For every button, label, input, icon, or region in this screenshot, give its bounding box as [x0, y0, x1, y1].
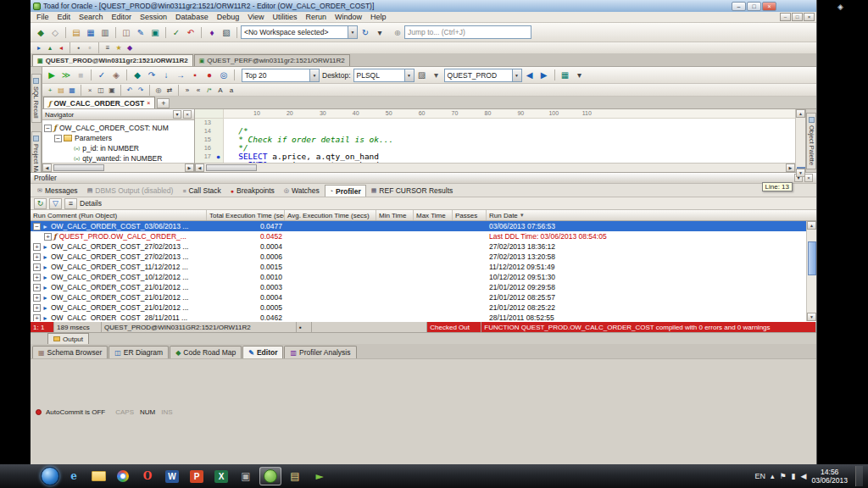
open-in-editor-icon[interactable]: ▤ [56, 85, 66, 95]
end-connection-icon[interactable]: ◇ [48, 25, 62, 39]
cut-icon[interactable]: × [85, 85, 95, 95]
excel-icon[interactable]: X [210, 467, 232, 485]
object-palette-icon[interactable]: ▪ [74, 43, 84, 53]
workspace-options-icon[interactable]: ▾ [373, 25, 387, 39]
expand-toggle-icon[interactable]: + [33, 243, 41, 251]
print-icon[interactable]: ▥ [98, 25, 112, 39]
expand-toggle-icon[interactable]: + [33, 253, 41, 261]
scroll-up-icon[interactable]: ▲ [807, 221, 816, 230]
taskbar-clock[interactable]: 14:56 03/06/2013 [811, 468, 848, 485]
profiler-run-row[interactable]: +►OW_CALC_ORDER_COST_21/01/2012 ...0.000… [31, 282, 806, 292]
step-into-icon[interactable]: ↓ [159, 69, 173, 82]
scroll-up-icon[interactable]: ▲ [796, 109, 805, 118]
navigator-item[interactable]: (»)p_id: in NUMBER [42, 143, 194, 153]
new-tab-icon[interactable]: + [45, 85, 55, 95]
expand-toggle-icon[interactable]: + [33, 263, 41, 271]
rows-fetched-dropdown[interactable]: Top 20 ▼ [242, 69, 320, 82]
explain-plan-icon[interactable]: ▴ [45, 43, 55, 53]
toad-icon[interactable] [259, 467, 281, 485]
menu-file[interactable]: File [32, 13, 53, 21]
scroll-right-icon[interactable]: ▶ [185, 164, 194, 172]
wizard-icon[interactable]: ◆ [125, 43, 135, 53]
profiler-tab-ref-cursor-results[interactable]: ▦REF CURSOR Results [367, 185, 458, 197]
expand-toggle-icon[interactable]: + [33, 294, 41, 302]
session-browser-icon[interactable]: ▣ [148, 25, 162, 39]
window-list-icon[interactable]: ≡ [103, 43, 113, 53]
close-icon[interactable]: × [804, 174, 813, 182]
menu-help[interactable]: Help [366, 13, 391, 21]
sql-recall-tab[interactable]: SQL Recall [31, 74, 42, 123]
profiler-tab-call-stack[interactable]: ≡Call Stack [178, 185, 225, 197]
menu-search[interactable]: Search [75, 13, 108, 21]
profiler-run-row[interactable]: +ƒQUEST_PROD.OW_CALC_ORDER_...0.0452Last… [31, 231, 806, 241]
save-icon[interactable]: ▦ [84, 25, 97, 39]
team-coding-icon[interactable]: ♦ [205, 25, 219, 39]
close-button[interactable]: × [762, 2, 776, 11]
powerpoint-icon[interactable]: P [186, 467, 208, 485]
comment-block-icon[interactable]: /* [204, 85, 214, 95]
run-to-cursor-icon[interactable]: → [174, 69, 187, 82]
line-number[interactable]: 15 [195, 136, 214, 144]
replace-icon[interactable]: ⇄ [164, 85, 175, 95]
show-desktop-button[interactable] [855, 466, 863, 486]
scroll-thumb[interactable] [808, 241, 816, 275]
pin-icon[interactable]: ▾ [173, 110, 181, 119]
output-tab[interactable]: Output [47, 333, 89, 344]
filter-runs-icon[interactable]: ▽ [49, 198, 62, 209]
profiler-tab-watches[interactable]: ◎Watches [280, 185, 324, 197]
column-header-max-time[interactable]: Max Time [414, 210, 453, 220]
media-icon[interactable]: ► [309, 467, 331, 485]
new-tab-button[interactable]: + [157, 98, 170, 108]
editor-tab-ow-calc-order-cost[interactable]: ƒ OW_CALC_ORDER_COST × [43, 97, 155, 108]
menu-editor[interactable]: Editor [108, 13, 136, 21]
column-header-passes[interactable]: Passes [453, 210, 487, 220]
add-breakpoint-icon[interactable]: ● [203, 69, 216, 82]
auto-options-icon[interactable]: ▾ [430, 69, 443, 82]
navigate-back-icon[interactable]: ◀ [523, 69, 537, 82]
column-header-avg-execution-time-secs[interactable]: Avg. Execution Time (secs) [285, 210, 376, 220]
schema-browser-icon[interactable]: ◫ [120, 25, 133, 39]
workspace-dropdown[interactable]: <No Workspace selected> ▼ [241, 25, 358, 39]
connection-tab-quest-prod[interactable]: ▣QUEST_PROD@Win0311gr2:1521/ORW11R2 [32, 54, 193, 66]
rollback-icon[interactable]: ↶ [184, 25, 198, 39]
column-header-run-date[interactable]: Run Date▼ [487, 210, 816, 220]
maximize-button[interactable]: □ [747, 2, 761, 11]
language-indicator[interactable]: EN [754, 472, 765, 480]
profiler-run-row[interactable]: +►OW_CALC_ORDER_COST_11/12/2012 ...0.001… [31, 262, 806, 272]
console-icon[interactable]: ▣ [235, 467, 257, 485]
document-tab-code-road-map[interactable]: ◆Code Road Map [170, 346, 242, 358]
expand-toggle-icon[interactable]: + [44, 233, 52, 241]
expand-toggle-icon[interactable]: − [54, 135, 62, 142]
describe-icon[interactable]: ▸ [34, 43, 44, 53]
code-line[interactable]: 13 [195, 119, 795, 127]
document-tab-schema-browser[interactable]: ▦Schema Browser [32, 346, 108, 358]
step-over-icon[interactable]: ↷ [145, 69, 159, 82]
expand-toggle-icon[interactable]: − [44, 125, 52, 132]
menu-window[interactable]: Window [331, 13, 366, 21]
profiler-run-row[interactable]: +►OW_CALC_ORDER_COST_21/01/2012 ...0.000… [31, 292, 806, 302]
scroll-down-icon[interactable]: ▼ [807, 313, 816, 321]
document-tab-er-diagram[interactable]: ◫ER Diagram [108, 346, 169, 358]
code-editor[interactable]: 102030405060708090100110 1314 /*15 * Che… [195, 109, 795, 172]
single-record-view-icon[interactable]: ▨ [415, 69, 429, 82]
editor-vscrollbar[interactable]: ▲ ▼ [795, 109, 805, 172]
new-connection-icon[interactable]: ◆ [34, 25, 47, 39]
profiler-run-row[interactable]: +►OW_CALC_ORDER_COST_21/01/2012 ...0.000… [31, 302, 806, 313]
add-watch-icon[interactable]: ◎ [217, 69, 231, 82]
expand-toggle-icon[interactable]: + [33, 284, 41, 291]
profiler-run-row[interactable]: +►OW_CALC_ORDER_COST_27/02/2013 ...0.000… [31, 252, 806, 262]
profiler-vscrollbar[interactable]: ▲ ▼ [806, 221, 816, 321]
title-bar[interactable]: Toad for Oracle - [QUEST_PROD@Win0311gr2… [31, 0, 816, 12]
menu-view[interactable]: View [243, 13, 268, 21]
profiler-run-row[interactable]: +►OW_CALC_ORDER_COST_28/11/2011 ...0.046… [31, 313, 806, 321]
find-icon[interactable]: ◎ [153, 85, 164, 95]
line-number[interactable]: 14 [195, 127, 214, 136]
volume-icon[interactable]: ◀ [801, 472, 807, 480]
profiler-tab-profiler[interactable]: ◔Profiler [325, 185, 366, 197]
scroll-right-icon[interactable]: ▶ [786, 164, 795, 172]
close-icon[interactable]: × [183, 110, 192, 119]
tab-close-icon[interactable]: × [147, 100, 150, 106]
execute-script-icon[interactable]: ≫ [59, 69, 73, 82]
commit-icon[interactable]: ✓ [170, 25, 183, 39]
copy-icon[interactable]: ◫ [96, 85, 106, 95]
